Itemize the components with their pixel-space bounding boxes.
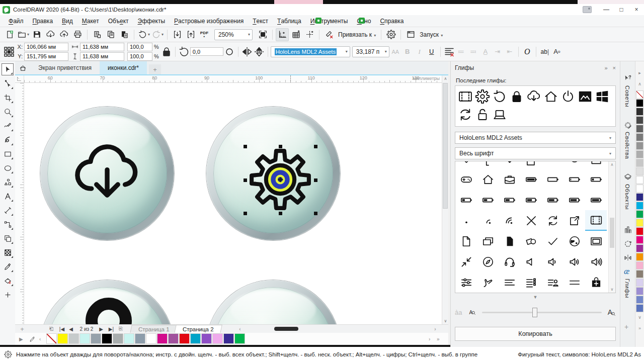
redo-button[interactable]: ▾ — [151, 28, 164, 41]
object-width-field[interactable]: 11,638 мм — [80, 43, 124, 51]
glyph-rect[interactable] — [585, 161, 607, 169]
maximize-button[interactable]: □ — [614, 4, 629, 15]
glyph-double-lines[interactable] — [564, 272, 585, 293]
y-position-field[interactable]: 151,795 мм — [24, 52, 68, 61]
glyph-volume-2[interactable] — [564, 251, 585, 272]
recent-glyph-image[interactable] — [577, 87, 594, 106]
color-swatch[interactable] — [636, 99, 643, 107]
glyph-volume-0[interactable] — [520, 251, 542, 272]
grid-scroll-thumb[interactable] — [610, 218, 614, 248]
glyph-caret-down[interactable] — [499, 161, 520, 169]
glyph-grid-scrollbar[interactable]: ∧ ∨ — [608, 161, 615, 293]
glyph-range-combo[interactable]: Весь шрифт▾ — [455, 147, 616, 159]
paste-button[interactable] — [118, 28, 131, 41]
palette-expand[interactable]: » — [635, 326, 644, 331]
grid-collapse-chevron[interactable]: ▼ — [451, 295, 620, 300]
color-swatch[interactable] — [157, 333, 168, 344]
add-docker-button[interactable]: + — [624, 323, 628, 331]
transform-tab-icon[interactable] — [623, 239, 632, 248]
menu-справка[interactable]: Справка — [375, 15, 408, 27]
horizontal-ruler[interactable]: 60708090100110120130миллиметры — [24, 75, 442, 83]
text-tool[interactable] — [2, 190, 14, 202]
color-swatch[interactable] — [212, 333, 223, 344]
launch-dropdown[interactable]: Запуск ▾ — [420, 31, 443, 38]
zoom-out-glyphs-icon[interactable]: A — [469, 310, 476, 315]
selection-handle[interactable] — [244, 145, 247, 148]
export-tab-icon[interactable] — [623, 225, 632, 234]
selection-handle[interactable] — [244, 212, 247, 215]
recent-glyph-cloud-down[interactable] — [525, 87, 542, 106]
menu-правка[interactable]: Правка — [28, 15, 58, 27]
recent-glyph-laptop[interactable] — [491, 106, 508, 124]
glyph-battery-85[interactable] — [564, 190, 585, 210]
menu-текст[interactable]: Текст — [248, 15, 273, 27]
launcher-button[interactable] — [404, 28, 417, 41]
color-swatch[interactable] — [146, 333, 156, 344]
glyph-checkmark[interactable] — [542, 231, 564, 251]
color-swatch[interactable] — [234, 333, 245, 344]
color-swatch[interactable] — [636, 287, 643, 295]
import-button[interactable] — [171, 28, 184, 41]
glyph-contact-list[interactable] — [542, 272, 564, 293]
glyph-battery-100[interactable] — [520, 169, 542, 190]
open-button[interactable]: ▾ — [17, 28, 30, 41]
underline-button[interactable]: U — [426, 46, 438, 58]
get-from-cloud-button[interactable] — [44, 28, 57, 41]
tab-document[interactable]: иконки.cdr* — [100, 61, 147, 74]
glyph-equalizer[interactable] — [455, 272, 477, 293]
new-document-button[interactable] — [3, 28, 16, 41]
horizontal-scroll-thumb[interactable] — [274, 327, 298, 331]
glyph-sim-card[interactable] — [499, 231, 520, 251]
snap-to-dropdown[interactable]: Привязать к ▾ — [338, 31, 376, 38]
recent-glyph-home[interactable] — [542, 87, 559, 106]
palette-expand[interactable]: » — [437, 333, 440, 345]
glyph-dot[interactable] — [455, 210, 477, 231]
freehand-tool[interactable] — [2, 120, 14, 132]
polygon-tool[interactable] — [2, 176, 14, 188]
glyph-page[interactable] — [455, 231, 477, 251]
transparency-tool[interactable] — [2, 232, 14, 244]
menu-таблица[interactable]: Таблица — [273, 15, 306, 27]
glyph-globe[interactable] — [564, 231, 585, 251]
italic-button[interactable]: I — [414, 46, 426, 58]
selection-handle[interactable] — [314, 145, 317, 148]
glyph-battery-75[interactable] — [542, 190, 564, 210]
glyph-battery-65[interactable] — [520, 190, 542, 210]
glyph-font-combo[interactable]: HoloLens MDL2 Assets▾ — [455, 132, 616, 144]
selection-handle[interactable] — [244, 178, 247, 182]
glyph-signal-1[interactable] — [477, 210, 499, 231]
color-swatch[interactable] — [636, 236, 643, 244]
selection-handle[interactable] — [279, 145, 282, 148]
page-flip-icon[interactable]: ⎗ — [47, 325, 55, 333]
vertical-scroll-thumb[interactable] — [443, 83, 448, 209]
color-swatch[interactable] — [636, 279, 643, 287]
glyph-align-lines[interactable] — [499, 272, 520, 293]
glyph-battery-25[interactable] — [585, 169, 607, 190]
color-swatch[interactable] — [223, 333, 234, 344]
first-page-button[interactable]: |◀ — [57, 325, 66, 333]
artistic-media-tool[interactable] — [2, 134, 14, 146]
glossy-button-four[interactable] — [206, 280, 340, 324]
copy-button[interactable] — [104, 28, 117, 41]
recent-glyph-lock[interactable] — [508, 87, 525, 106]
glyph-battery-35[interactable] — [455, 190, 477, 210]
font-list-combo[interactable]: HoloLens MDL2 Assets ▾ — [271, 46, 350, 57]
slider-thumb[interactable] — [532, 308, 537, 317]
selection-center-anchor[interactable]: ✛ — [278, 176, 283, 184]
show-guidelines-button[interactable] — [303, 28, 316, 41]
color-swatch[interactable] — [636, 227, 643, 235]
page-tab-2[interactable]: Страница 2 — [174, 325, 222, 333]
palette-flyout-arrow[interactable]: ▶ — [19, 333, 23, 345]
color-swatch[interactable] — [636, 253, 643, 261]
palette-scroll-right[interactable]: › — [429, 333, 430, 345]
recent-glyph-sync[interactable] — [457, 106, 474, 124]
x-position-field[interactable]: 106,066 мм — [24, 43, 68, 51]
color-swatch[interactable] — [124, 333, 134, 344]
tab-scroll-left[interactable]: ‹ — [236, 325, 244, 333]
vertical-ruler[interactable] — [15, 83, 24, 324]
glossy-button-gear[interactable] — [206, 107, 340, 240]
glyph-touch-gesture[interactable] — [477, 272, 499, 293]
menu-эффекты[interactable]: Эффекты — [133, 15, 170, 27]
palette-scroll-left[interactable]: ‹ — [39, 333, 41, 345]
undo-button[interactable]: ▾ — [137, 28, 150, 41]
